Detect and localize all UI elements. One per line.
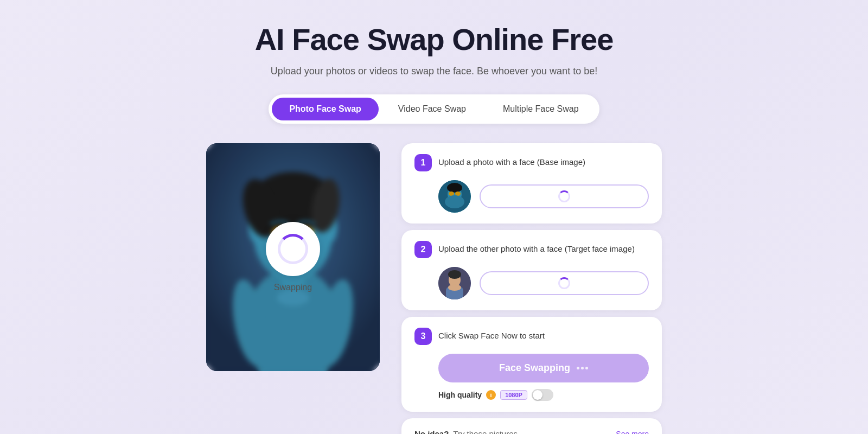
svg-point-24 — [447, 183, 462, 193]
spinner-ring — [278, 234, 308, 264]
tab-multiple[interactable]: Multiple Face Swap — [486, 98, 596, 120]
step-1-card: 1 Upload a photo with a face (Base image… — [401, 143, 662, 224]
quality-label: High quality — [438, 391, 482, 399]
quality-row: High quality i 1080P — [414, 389, 649, 401]
svg-point-25 — [449, 192, 454, 196]
no-idea-text: No idea? — [414, 429, 449, 434]
page-subtitle: Upload your photos or videos to swap the… — [271, 66, 597, 77]
step-2-card: 2 Upload the other photo with a face (Ta… — [401, 230, 662, 310]
step-2-thumbnail — [438, 267, 471, 299]
step-2-loading-button[interactable] — [480, 271, 649, 295]
preview-panel: Swapping — [206, 143, 380, 371]
step-3-number: 3 — [414, 328, 432, 345]
swapping-label: Swapping — [274, 283, 312, 292]
dot-3 — [585, 367, 588, 369]
svg-point-27 — [445, 195, 464, 208]
info-icon[interactable]: i — [486, 390, 496, 400]
tab-photo[interactable]: Photo Face Swap — [272, 98, 378, 120]
step-2-title: Upload the other photo with a face (Targ… — [438, 241, 635, 254]
step-2-number: 2 — [414, 241, 432, 258]
main-content: Swapping 1 Upload a photo with a face (B… — [87, 143, 781, 434]
step-2-loading-ring — [558, 277, 570, 289]
step-2-content — [414, 267, 649, 299]
step-1-loading-ring — [558, 190, 570, 202]
step-1-avatar-icon — [438, 180, 471, 213]
page-wrapper: AI Face Swap Online Free Upload your pho… — [0, 0, 868, 434]
quality-toggle[interactable] — [532, 389, 553, 401]
swap-button-label: Face Swapping — [499, 362, 570, 374]
step-1-header: 1 Upload a photo with a face (Base image… — [414, 154, 649, 171]
svg-point-30 — [448, 270, 461, 279]
step-2-avatar-icon — [438, 267, 471, 299]
svg-point-26 — [455, 192, 461, 196]
swapping-overlay: Swapping — [266, 222, 320, 292]
step-1-loading-button[interactable] — [480, 184, 649, 208]
step-1-content — [414, 180, 649, 213]
step-1-number: 1 — [414, 154, 432, 171]
svg-point-32 — [448, 284, 461, 291]
no-idea-header: No idea? Try these pictures. See more — [414, 429, 649, 434]
step-3-card: 3 Click Swap Face Now to start Face Swap… — [401, 317, 662, 412]
steps-panel: 1 Upload a photo with a face (Base image… — [401, 143, 662, 434]
dot-2 — [581, 367, 584, 369]
quality-badge: 1080P — [500, 390, 527, 400]
step-1-thumbnail — [438, 180, 471, 213]
page-title: AI Face Swap Online Free — [255, 22, 614, 57]
step-1-title: Upload a photo with a face (Base image) — [438, 154, 585, 168]
no-idea-section: No idea? Try these pictures. See more — [401, 418, 662, 434]
toggle-knob — [533, 390, 542, 400]
no-idea-left: No idea? Try these pictures. — [414, 429, 520, 434]
dot-1 — [577, 367, 579, 369]
step-3-header: 3 Click Swap Face Now to start — [414, 328, 649, 345]
step-2-header: 2 Upload the other photo with a face (Ta… — [414, 241, 649, 258]
spinner-circle — [266, 222, 320, 276]
see-more-link[interactable]: See more — [616, 430, 649, 435]
tab-bar: Photo Face Swap Video Face Swap Multiple… — [269, 94, 599, 124]
try-text: Try these pictures. — [453, 429, 520, 434]
step-3-title: Click Swap Face Now to start — [438, 328, 545, 341]
swap-button-dots — [577, 367, 588, 369]
tab-video[interactable]: Video Face Swap — [381, 98, 483, 120]
swap-face-button[interactable]: Face Swapping — [438, 354, 649, 382]
